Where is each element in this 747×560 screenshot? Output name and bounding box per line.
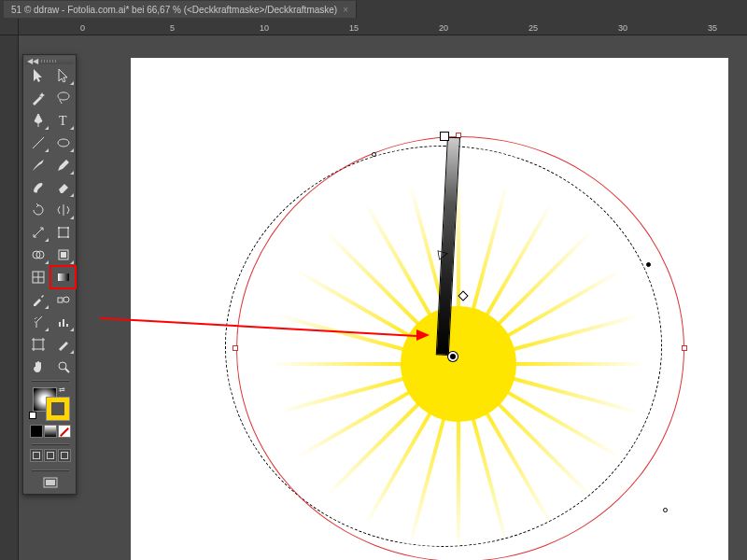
shape-builder-tool[interactable] (25, 244, 50, 266)
svg-rect-23 (46, 480, 55, 485)
magic-wand-tool[interactable] (25, 87, 50, 109)
slice-tool[interactable] (50, 333, 76, 356)
ruler-tick: 10 (260, 23, 269, 33)
svg-rect-17 (63, 319, 64, 327)
anchor-point[interactable] (663, 508, 668, 512)
svg-point-7 (67, 236, 69, 238)
ruler-origin[interactable] (0, 19, 19, 35)
svg-rect-13 (58, 273, 69, 281)
type-tool[interactable]: T (50, 109, 76, 132)
anchor-point[interactable] (646, 262, 651, 267)
canvas[interactable]: ▷ (19, 35, 747, 560)
svg-rect-16 (59, 322, 61, 327)
artboard-tool[interactable] (25, 333, 50, 356)
color-mode-solid[interactable] (30, 425, 43, 438)
ruler-tick: 5 (170, 23, 175, 33)
blend-tool[interactable] (50, 288, 76, 311)
ruler-tick: 25 (529, 23, 538, 33)
stroke-swatch[interactable] (46, 397, 70, 421)
svg-rect-3 (59, 228, 68, 237)
svg-rect-18 (66, 324, 68, 327)
svg-point-6 (58, 236, 60, 238)
symbol-sprayer-tool[interactable] (25, 311, 50, 333)
default-fill-stroke-icon[interactable] (29, 412, 36, 419)
rotate-tool[interactable] (25, 199, 50, 221)
svg-point-20 (59, 362, 66, 370)
draw-behind-mode[interactable] (44, 449, 57, 462)
column-graph-tool[interactable] (50, 311, 76, 333)
hand-tool[interactable] (25, 356, 50, 378)
close-icon[interactable]: × (343, 5, 348, 15)
svg-point-15 (63, 297, 69, 302)
lasso-tool[interactable] (50, 87, 76, 109)
pen-tool[interactable] (25, 109, 50, 132)
free-transform-tool[interactable] (50, 221, 76, 244)
anchor-point[interactable] (372, 152, 376, 157)
eraser-tool[interactable] (50, 176, 76, 199)
document-tab-title: 51 © ddraw - Fotolia.com.ai* bei 66,67 %… (11, 5, 337, 15)
draw-normal-mode[interactable] (30, 449, 43, 462)
horizontal-ruler[interactable]: 0 5 10 15 20 25 30 35 (19, 19, 747, 35)
svg-point-2 (58, 139, 69, 147)
selection-bounding-ellipse[interactable] (236, 136, 684, 560)
blob-brush-tool[interactable] (25, 176, 50, 199)
svg-rect-14 (58, 298, 63, 302)
eyedropper-tool[interactable] (25, 288, 50, 311)
document-tab-bar: 51 © ddraw - Fotolia.com.ai* bei 66,67 %… (0, 0, 747, 19)
fill-stroke-swatches[interactable]: ⇄ (25, 384, 76, 423)
ruler-tick: 15 (349, 23, 359, 33)
svg-line-21 (65, 369, 69, 372)
svg-rect-19 (34, 340, 43, 349)
gradient-end-handle[interactable] (448, 352, 458, 361)
swap-fill-stroke-icon[interactable]: ⇄ (59, 385, 65, 394)
svg-rect-11 (61, 252, 66, 258)
width-tool[interactable] (25, 221, 50, 244)
document-tab[interactable]: 51 © ddraw - Fotolia.com.ai* bei 66,67 %… (4, 1, 357, 18)
mesh-tool[interactable] (25, 266, 50, 288)
color-mode-none[interactable] (58, 425, 71, 438)
svg-point-5 (67, 227, 69, 229)
ruler-tick: 30 (618, 23, 627, 33)
ruler-tick: 20 (439, 23, 448, 33)
color-mode-gradient[interactable] (44, 425, 57, 438)
gradient-tool[interactable] (50, 266, 76, 288)
bounding-handle-right[interactable] (682, 345, 687, 351)
paintbrush-tool[interactable] (25, 154, 50, 176)
bounding-handle-left[interactable] (233, 345, 238, 351)
svg-line-1 (33, 137, 44, 148)
selection-tool[interactable] (25, 64, 50, 87)
workspace: 0 5 10 15 20 25 30 35 (0, 19, 747, 560)
pencil-tool[interactable] (50, 154, 76, 176)
screen-mode-button[interactable] (25, 473, 76, 492)
tools-panel[interactable]: ◀◀ T (22, 54, 77, 495)
direct-selection-tool[interactable] (50, 64, 76, 87)
vertical-ruler[interactable] (0, 35, 19, 560)
line-tool[interactable] (25, 132, 50, 154)
gradient-start-handle[interactable] (440, 132, 449, 141)
annotation-arrow-head (416, 329, 430, 341)
ellipse-tool[interactable] (50, 132, 76, 154)
svg-text:T: T (59, 114, 67, 128)
reflect-tool[interactable] (50, 199, 76, 221)
svg-point-4 (58, 227, 60, 229)
live-paint-tool[interactable] (50, 244, 76, 266)
ruler-tick: 0 (80, 23, 85, 33)
draw-inside-mode[interactable] (58, 449, 71, 462)
zoom-tool[interactable] (50, 356, 76, 378)
ruler-tick: 35 (708, 23, 717, 33)
